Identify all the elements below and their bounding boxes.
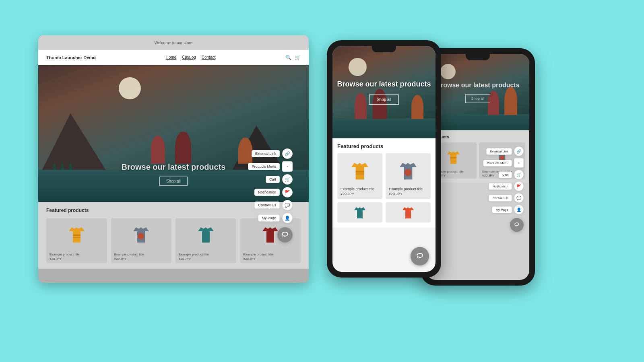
hero-moon <box>119 77 141 99</box>
product-name-3: Example product title <box>179 253 233 256</box>
phone-2-products-title: products <box>430 134 525 139</box>
float-item-products-menu[interactable]: Products Menu ≡ <box>248 161 293 172</box>
hero-person-2 <box>175 132 191 164</box>
svg-rect-21 <box>450 157 457 158</box>
phone-1-product-name-2: Example product title <box>389 187 427 191</box>
product-card-1[interactable]: Example product title ¥20 JPY <box>46 218 107 263</box>
site-logo: Thumb Launcher Demo <box>46 55 96 60</box>
phone2-float-label-my-page: My Page <box>492 206 512 213</box>
cart-float-icon[interactable]: 🛒 <box>282 174 293 185</box>
phone2-float-item-my-page[interactable]: My Page 👤 <box>492 205 524 214</box>
phone-2-hero-text: Browse our latest products Shop all <box>436 81 519 103</box>
float-label-cart: Cart <box>266 176 280 183</box>
phone2-cart-icon[interactable]: 🛒 <box>514 170 524 179</box>
contact-us-icon[interactable]: 💬 <box>282 200 293 210</box>
float-item-notification[interactable]: Notification 🚩 <box>254 187 293 197</box>
svg-point-9 <box>283 236 285 237</box>
phone2-float-item-notification[interactable]: Notification 🚩 <box>489 181 524 191</box>
phone-1-product-card-3[interactable] <box>337 202 382 222</box>
phone2-float-item-contact-us[interactable]: Contact Us 💬 <box>489 193 524 203</box>
phone-1-product-card-1[interactable]: Example product title ¥20 JPY <box>337 153 382 199</box>
phone2-external-link-icon[interactable]: 🔗 <box>514 146 524 156</box>
phone-1-products-section: Featured products Example product title … <box>332 138 436 227</box>
notification-icon[interactable]: 🚩 <box>282 187 293 197</box>
phone2-notification-icon[interactable]: 🚩 <box>514 181 524 191</box>
phone-1-products-grid-2 <box>337 202 431 222</box>
float-item-cart[interactable]: Cart 🛒 <box>266 174 293 185</box>
phone2-float-main-button[interactable] <box>510 218 524 232</box>
browser-url: Welcome to our store <box>155 41 193 45</box>
phone-1-product-img-1 <box>341 156 379 185</box>
phone2-float-item-cart[interactable]: Cart 🛒 <box>499 170 524 179</box>
nav-contact[interactable]: Contact <box>202 55 215 60</box>
product-img-1 <box>46 218 107 250</box>
phone-2-shop-all-button[interactable]: Shop all <box>465 94 491 103</box>
svg-point-4 <box>138 233 144 239</box>
float-item-external-link[interactable]: External Link 🔗 <box>252 148 293 159</box>
browser-bar: Welcome to our store <box>38 35 309 50</box>
float-main-button[interactable] <box>277 227 293 243</box>
phone-1-notch <box>372 46 396 52</box>
phone-1-hero-water <box>332 118 436 138</box>
phone-1-float-button[interactable] <box>411 247 429 265</box>
nav-catalog[interactable]: Catalog <box>182 55 196 60</box>
phone-1-product-name-1: Example product title <box>341 187 379 191</box>
phone2-float-label-notification: Notification <box>489 183 512 190</box>
floating-menu-phone2: External Link 🔗 Products Menu ≡ Cart 🛒 N… <box>483 146 524 232</box>
phone-1-device: Browse our latest products Shop all Feat… <box>327 40 441 278</box>
phone-1-product-card-2[interactable]: Example product title ¥20 JPY <box>386 153 431 199</box>
desktop-mockup: Welcome to our store Thumb Launcher Demo… <box>38 35 309 283</box>
phone2-contact-us-icon[interactable]: 💬 <box>514 193 524 203</box>
phone-2-hero-title: Browse our latest products <box>436 81 519 90</box>
phone-2-screen: Browse our latest products Shop all prod… <box>426 54 529 280</box>
search-icon[interactable]: 🔍 <box>285 55 291 60</box>
phone-1-shop-all-button[interactable]: Shop all <box>369 95 399 105</box>
phone2-float-label-cart: Cart <box>499 171 512 178</box>
nav-icons: 🔍 🛒 <box>285 55 301 60</box>
product-card-3[interactable]: Example product title ¥20 JPY <box>175 218 236 263</box>
phone2-menu-icon[interactable]: ≡ <box>514 158 524 168</box>
cart-icon[interactable]: 🛒 <box>295 55 301 60</box>
phone-1-product-price-1: ¥20 JPY <box>341 192 379 196</box>
svg-rect-12 <box>356 173 364 175</box>
phone2-float-label-products-menu: Products Menu <box>483 160 512 167</box>
product-price-3: ¥20 JPY <box>179 257 233 261</box>
product-price-1: ¥20 JPY <box>50 257 104 261</box>
desktop-nav: Thumb Launcher Demo Home Catalog Contact… <box>38 50 309 65</box>
nav-links: Home Catalog Contact <box>166 55 216 60</box>
external-link-icon[interactable]: 🔗 <box>282 148 293 159</box>
nav-home[interactable]: Home <box>166 55 177 60</box>
product-card-2[interactable]: Example product title ¥20 JPY <box>111 218 172 263</box>
floating-menu-desktop: External Link 🔗 Products Menu ≡ Cart 🛒 N… <box>248 148 293 243</box>
phone-1-screen: Browse our latest products Shop all Feat… <box>332 46 436 272</box>
float-label-contact-us: Contact Us <box>254 202 280 209</box>
svg-rect-2 <box>73 237 80 238</box>
phone-1-hero-moon <box>349 58 367 76</box>
desktop-hero-title: Browse our latest products <box>122 162 226 172</box>
menu-icon[interactable]: ≡ <box>282 161 293 172</box>
hero-person-1 <box>151 136 165 164</box>
svg-marker-15 <box>354 207 365 218</box>
my-page-icon[interactable]: 👤 <box>282 213 293 223</box>
phone-1-product-card-4[interactable] <box>386 202 431 222</box>
product-name-1: Example product title <box>50 253 104 256</box>
phone2-float-item-products-menu[interactable]: Products Menu ≡ <box>483 158 524 168</box>
phone-2-notch <box>466 54 490 60</box>
svg-marker-16 <box>402 207 414 218</box>
phone2-float-label-external-link: External Link <box>486 148 512 155</box>
phone-2-hero-moon <box>440 64 456 79</box>
desktop-shop-all-button[interactable]: Shop all <box>159 177 188 186</box>
phone2-my-page-icon[interactable]: 👤 <box>514 205 524 214</box>
product-name-4: Example product title <box>244 253 298 256</box>
float-item-contact-us[interactable]: Contact Us 💬 <box>254 200 293 210</box>
svg-rect-11 <box>356 171 364 173</box>
phone-2-hero-water <box>426 114 529 130</box>
phone2-float-item-external-link[interactable]: External Link 🔗 <box>486 146 524 156</box>
hero-mountain-left <box>38 113 111 178</box>
phone-1-products-title: Featured products <box>337 143 431 149</box>
float-item-my-page[interactable]: My Page 👤 <box>258 213 293 223</box>
phone-1-hero-title: Browse our latest products <box>337 80 431 89</box>
float-label-notification: Notification <box>254 189 280 196</box>
svg-point-19 <box>418 257 419 258</box>
product-name-2: Example product title <box>114 253 169 256</box>
